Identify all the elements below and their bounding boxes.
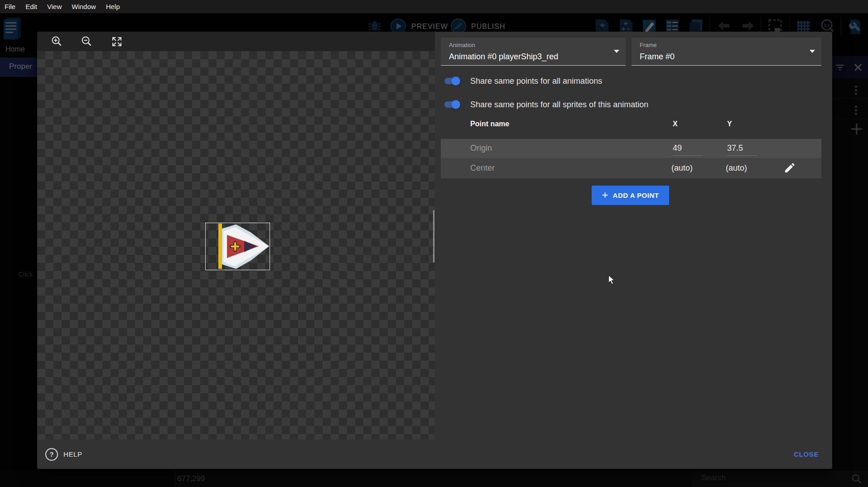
share-points-all-sprites-toggle[interactable] xyxy=(444,100,460,109)
frame-select-label: Frame xyxy=(640,42,657,48)
point-y-field[interactable]: 37.5 xyxy=(727,143,743,153)
zoom-in-icon[interactable] xyxy=(51,36,63,48)
share-points-all-animations-label: Share same points for all animations xyxy=(470,76,602,86)
help-button[interactable]: ? HELP xyxy=(45,448,82,461)
add-point-button[interactable]: + ADD A POINT xyxy=(592,186,669,205)
edit-pencil-icon[interactable] xyxy=(783,162,795,174)
column-header-x: X xyxy=(673,120,678,128)
share-points-all-animations-toggle[interactable] xyxy=(444,76,460,86)
point-name: Center xyxy=(470,163,495,173)
plus-icon: + xyxy=(602,190,608,201)
add-point-button-label: ADD A POINT xyxy=(613,191,659,199)
app-window: { "menu": { "items": ["File", "Edit", "V… xyxy=(0,0,868,487)
animation-select-value: Animation #0 playerShip3_red xyxy=(449,52,558,62)
table-row-origin[interactable]: Origin 49 37.5 xyxy=(441,139,821,158)
help-button-label: HELP xyxy=(63,450,82,458)
animation-select-label: Animation xyxy=(449,42,475,48)
menu-window[interactable]: Window xyxy=(72,3,96,10)
canvas-scrollbar[interactable] xyxy=(433,210,434,263)
zoom-out-icon[interactable] xyxy=(81,36,93,48)
menu-file[interactable]: File xyxy=(5,3,15,10)
player-ship-sprite xyxy=(206,223,270,270)
menu-edit[interactable]: Edit xyxy=(25,3,37,10)
points-editor-dialog: Animation Animation #0 playerShip3_red F… xyxy=(37,32,832,469)
table-row-center[interactable]: Center (auto) (auto) xyxy=(441,158,821,178)
frame-select-value: Frame #0 xyxy=(640,52,675,62)
menu-bar: File Edit View Window Help xyxy=(0,0,868,13)
point-x-field[interactable]: 49 xyxy=(673,143,682,153)
animation-select[interactable]: Animation Animation #0 playerShip3_red xyxy=(441,38,626,66)
point-name: Origin xyxy=(470,143,492,153)
sprite-canvas[interactable] xyxy=(37,51,435,439)
input-underline xyxy=(673,155,703,156)
sprite-preview[interactable] xyxy=(205,223,270,270)
canvas-toolbar xyxy=(37,32,435,51)
point-y-value: (auto) xyxy=(726,163,747,173)
input-underline xyxy=(727,155,757,156)
mouse-cursor xyxy=(608,275,616,286)
point-x-value: (auto) xyxy=(671,163,693,173)
column-header-y: Y xyxy=(727,120,732,128)
chevron-down-icon xyxy=(810,50,815,53)
menu-help[interactable]: Help xyxy=(106,3,120,10)
dialog-footer: ? HELP CLOSE xyxy=(37,439,832,469)
frame-select[interactable]: Frame Frame #0 xyxy=(632,38,821,66)
help-icon: ? xyxy=(45,448,58,461)
share-points-all-sprites-label: Share same points for all sprites of thi… xyxy=(470,100,648,110)
close-button[interactable]: CLOSE xyxy=(794,450,819,458)
chevron-down-icon xyxy=(614,50,619,53)
menu-view[interactable]: View xyxy=(47,3,62,10)
column-header-point-name: Point name xyxy=(470,120,509,128)
fit-to-screen-icon[interactable] xyxy=(111,36,123,48)
